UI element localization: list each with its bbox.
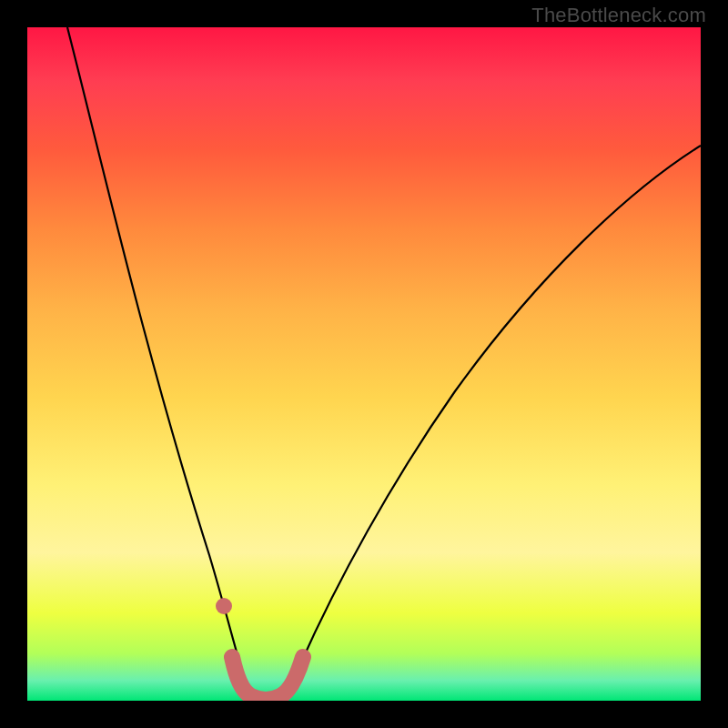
chart-svg (27, 27, 701, 701)
chart-frame: TheBottleneck.com (0, 0, 728, 728)
watermark-text: TheBottleneck.com (531, 4, 706, 27)
marker-band (216, 598, 303, 700)
bottleneck-curve (67, 27, 701, 697)
svg-point-0 (216, 598, 232, 614)
